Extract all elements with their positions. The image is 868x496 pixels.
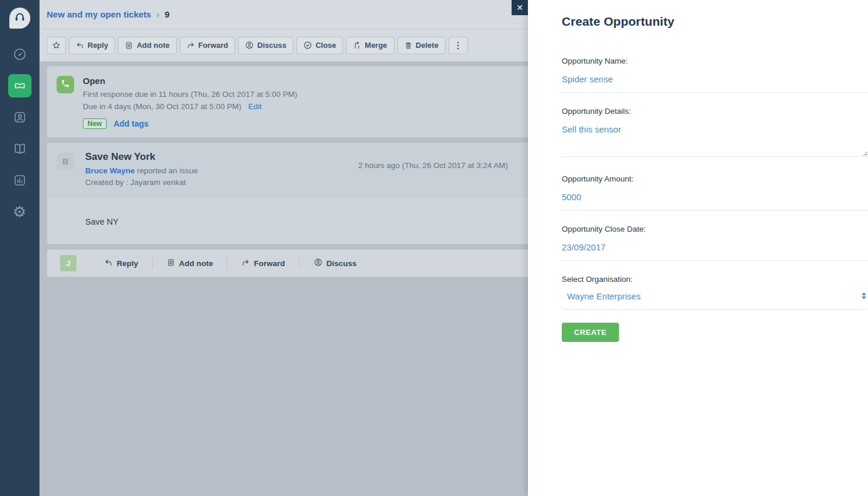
bar-chart-icon xyxy=(13,173,27,187)
trash-icon xyxy=(404,41,412,50)
contacts-icon xyxy=(13,110,27,124)
opportunity-details-label: Opportunity Details: xyxy=(562,107,631,116)
reply-bar-discuss[interactable]: Discuss xyxy=(299,257,371,269)
reply-bar-reply[interactable]: Reply xyxy=(90,257,152,269)
forward-label: Forward xyxy=(254,259,285,268)
reply-label: Reply xyxy=(88,41,108,50)
discuss-button[interactable]: Discuss xyxy=(238,37,293,54)
forward-button[interactable]: Forward xyxy=(180,37,235,54)
sidebar-item-tickets[interactable] xyxy=(8,74,32,97)
reported-text: reported an issue xyxy=(137,166,198,175)
close-ticket-button[interactable]: Close xyxy=(296,37,343,54)
create-button[interactable]: CREATE xyxy=(562,323,619,342)
requester-link[interactable]: Bruce Wayne xyxy=(85,166,135,175)
requester-avatar: B xyxy=(57,153,74,170)
star-icon xyxy=(52,41,61,50)
opportunity-amount-input[interactable] xyxy=(562,192,868,211)
status-badge: New xyxy=(83,118,107,129)
note-icon xyxy=(167,259,175,268)
create-opportunity-panel: ✕ Create Opportunity Opportunity Name: O… xyxy=(528,0,868,496)
resolution-due: Due in 4 days (Mon, 30 Oct 2017 at 5:00 … xyxy=(83,102,242,111)
ticket-timestamp: 2 hours ago (Thu, 26 Oct 2017 at 3:24 AM… xyxy=(358,161,508,170)
phone-icon xyxy=(61,79,70,90)
panel-close-button[interactable]: ✕ xyxy=(512,0,528,15)
agent-avatar: J xyxy=(60,255,76,271)
gear-icon: ⚙ xyxy=(13,204,26,219)
first-response-due: First response due in 11 hours (Thu, 26 … xyxy=(83,89,297,101)
reply-icon xyxy=(76,41,84,50)
forward-icon xyxy=(242,259,250,268)
merge-button[interactable]: Merge xyxy=(346,37,394,54)
organisation-select[interactable]: Wayne Enterprises xyxy=(562,291,868,310)
reply-button[interactable]: Reply xyxy=(69,37,115,54)
reply-icon xyxy=(104,259,113,268)
close-label: Close xyxy=(316,41,336,50)
panel-title: Create Opportunity xyxy=(562,15,868,29)
ticket-number: 9 xyxy=(164,9,169,19)
close-icon: ✕ xyxy=(516,3,523,12)
add-note-button[interactable]: Add note xyxy=(118,37,176,54)
ticket-status: Open xyxy=(83,76,297,86)
merge-label: Merge xyxy=(365,41,387,50)
phone-source-badge xyxy=(57,76,74,93)
sidebar-item-reports[interactable] xyxy=(8,169,32,192)
opportunity-details-textarea[interactable]: Sell this sensor xyxy=(562,120,868,157)
sidebar-item-solutions[interactable] xyxy=(8,137,32,160)
add-tags-link[interactable]: Add tags xyxy=(114,119,149,128)
kebab-icon: ⋮ xyxy=(454,40,463,51)
chevron-right-icon: › xyxy=(156,9,159,19)
opportunity-amount-label: Opportunity Amount: xyxy=(562,174,634,183)
opportunity-close-date-input[interactable] xyxy=(562,242,868,261)
delete-button[interactable]: Delete xyxy=(397,37,446,54)
add-note-label: Add note xyxy=(179,259,214,268)
discuss-label: Discuss xyxy=(257,41,286,50)
edit-due-link[interactable]: Edit xyxy=(248,102,261,111)
discuss-icon xyxy=(245,41,254,50)
star-button[interactable] xyxy=(47,37,66,54)
created-by: Created by : Jayaram venkat xyxy=(85,177,198,188)
forward-label: Forward xyxy=(198,41,228,50)
ticket-icon xyxy=(13,79,27,93)
merge-icon xyxy=(353,41,361,50)
reply-bar-add-note[interactable]: Add note xyxy=(152,257,228,269)
check-circle-icon xyxy=(303,41,312,50)
opportunity-name-input[interactable] xyxy=(562,74,868,93)
more-actions-button[interactable]: ⋮ xyxy=(449,37,468,54)
delete-label: Delete xyxy=(416,41,439,50)
sidebar-item-dashboard[interactable] xyxy=(8,43,32,66)
forward-icon xyxy=(187,41,195,50)
opportunity-name-label: Opportunity Name: xyxy=(562,57,628,65)
breadcrumb-filter-link[interactable]: New and my open tickets xyxy=(47,9,151,19)
headset-icon xyxy=(13,11,26,26)
sidebar-item-settings[interactable]: ⚙ xyxy=(8,200,32,223)
sidebar-item-contacts[interactable] xyxy=(8,106,32,129)
book-icon xyxy=(13,142,27,156)
select-organisation-label: Select Organisation: xyxy=(562,275,633,284)
reply-label: Reply xyxy=(117,259,138,268)
discuss-icon xyxy=(314,258,323,268)
freshdesk-logo[interactable] xyxy=(9,8,30,29)
add-note-label: Add note xyxy=(136,41,169,50)
opportunity-close-date-label: Opportunity Close Date: xyxy=(562,225,646,233)
note-icon xyxy=(125,41,133,50)
dashboard-icon xyxy=(13,47,27,61)
app-sidebar: ⚙ xyxy=(0,0,40,496)
reply-bar-forward[interactable]: Forward xyxy=(227,257,299,269)
discuss-label: Discuss xyxy=(327,259,357,268)
ticket-title: Save New York xyxy=(85,151,198,163)
